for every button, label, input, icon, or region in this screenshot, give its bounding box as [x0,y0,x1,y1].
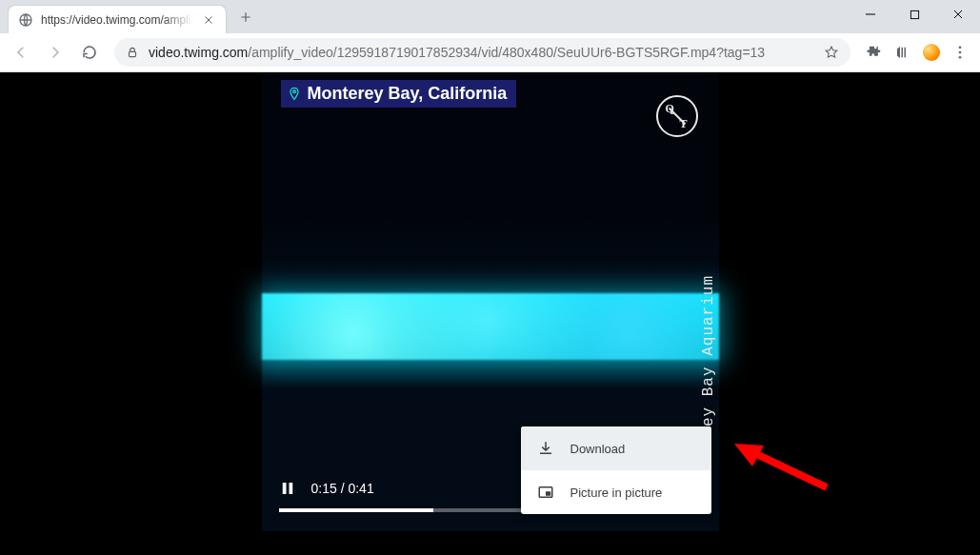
extension-icons [860,44,974,61]
svg-point-3 [959,46,962,49]
url-text: video.twimg.com/amplify_video/1295918719… [149,45,814,60]
tab-close-icon[interactable] [201,12,216,28]
extensions-puzzle-icon[interactable] [866,44,883,61]
svg-rect-7 [282,483,286,494]
window-minimize-button[interactable] [849,0,892,29]
context-menu-download-label: Download [570,442,626,456]
video-location-chip: Monterey Bay, California [281,80,517,108]
browser-tab[interactable]: https://video.twimg.com/amplify_video/12… [8,5,227,33]
context-menu-download[interactable]: Download [521,426,711,470]
context-menu-pip-label: Picture in picture [570,486,663,500]
globe-favicon-icon [18,12,33,28]
browser-titlebar: https://video.twimg.com/amplify_video/12… [0,0,980,33]
location-pin-icon [287,87,302,102]
svg-point-6 [292,90,295,93]
picture-in-picture-icon [536,484,555,501]
video-time-display: 0:15 / 0:41 [311,481,374,496]
extension-badge-icon[interactable] [923,44,940,61]
media-control-icon[interactable] [894,44,911,61]
svg-marker-12 [734,444,764,466]
browser-toolbar: video.twimg.com/amplify_video/1295918719… [0,33,980,72]
video-watermark-icon: Q T [656,95,698,137]
url-path: /amplify_video/1295918719017852934/vid/4… [248,45,765,60]
svg-line-11 [750,451,827,487]
video-progress-fill [279,508,434,512]
svg-point-5 [959,56,962,59]
download-icon [536,440,555,457]
lock-icon [126,46,139,59]
annotation-arrow-icon [731,440,836,497]
video-context-menu: Download Picture in picture [521,426,711,514]
context-menu-pip[interactable]: Picture in picture [521,470,711,514]
browser-menu-icon[interactable] [951,44,969,61]
svg-rect-2 [130,51,136,56]
address-bar[interactable]: video.twimg.com/amplify_video/1295918719… [114,38,850,67]
video-credit-text: ey Bay Aquarium [700,275,717,426]
nav-reload-button[interactable] [74,37,105,68]
page-content: Monterey Bay, California Q T ey Bay Aqua… [0,72,980,555]
bookmark-star-icon[interactable] [824,45,839,60]
url-host: video.twimg.com [149,45,248,60]
svg-point-4 [959,51,962,54]
nav-back-button[interactable] [6,37,36,68]
video-pause-button[interactable] [279,480,296,497]
nav-forward-button[interactable] [40,37,70,68]
video-player[interactable]: Monterey Bay, California Q T ey Bay Aqua… [262,74,719,531]
svg-rect-8 [289,483,292,494]
watermark-bottom-letter: T [679,118,687,129]
window-close-button[interactable] [936,0,980,29]
video-wave-visual [262,293,719,360]
tab-title: https://video.twimg.com/amplify_video/12… [41,13,193,27]
window-maximize-button[interactable] [892,0,936,29]
svg-rect-10 [546,491,550,496]
window-controls [849,0,980,29]
new-tab-button[interactable] [232,4,259,30]
video-location-label: Monterey Bay, California [308,84,508,104]
svg-rect-1 [910,10,918,18]
